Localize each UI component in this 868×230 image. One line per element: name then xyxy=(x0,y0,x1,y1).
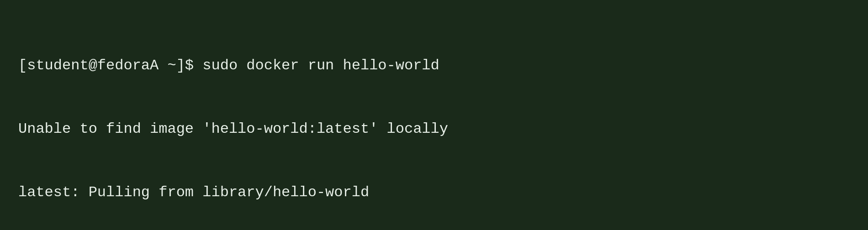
terminal-line-1: [student@fedoraA ~]$ sudo docker run hel… xyxy=(18,55,850,76)
terminal-line-3: latest: Pulling from library/hello-world xyxy=(18,182,850,203)
terminal-line-2: Unable to find image 'hello-world:latest… xyxy=(18,119,850,140)
terminal-output: [student@fedoraA ~]$ sudo docker run hel… xyxy=(0,0,868,230)
